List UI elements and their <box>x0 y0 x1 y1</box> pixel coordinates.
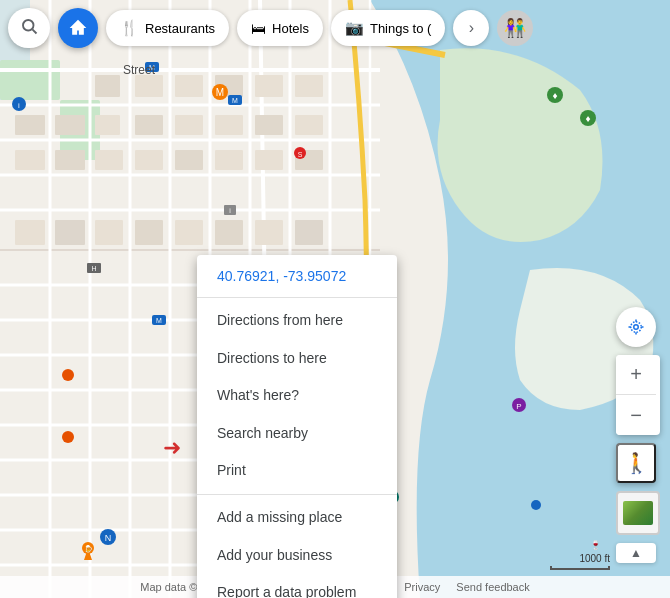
svg-rect-40 <box>295 75 323 97</box>
top-bar: 🍴 Restaurants 🛏 Hotels 📷 Things to ( › 👫 <box>8 8 662 48</box>
svg-rect-30 <box>95 75 120 97</box>
things-icon: 📷 <box>345 19 364 37</box>
chip-restaurants[interactable]: 🍴 Restaurants <box>106 10 229 46</box>
svg-rect-56 <box>255 220 283 245</box>
menu-item-search-nearby[interactable]: Search nearby <box>197 415 397 453</box>
svg-rect-52 <box>95 220 123 245</box>
send-feedback-link[interactable]: Send feedback <box>456 581 529 593</box>
svg-point-83 <box>62 369 74 381</box>
zoom-controls: + − <box>616 355 660 435</box>
pegman-button[interactable]: 🚶 <box>616 443 656 483</box>
svg-rect-53 <box>135 220 163 245</box>
svg-rect-38 <box>255 75 283 97</box>
svg-text:M: M <box>149 64 155 71</box>
svg-rect-31 <box>95 115 120 135</box>
chip-hotels-label: Hotels <box>272 21 309 36</box>
svg-text:H: H <box>91 265 96 272</box>
menu-item-print[interactable]: Print <box>197 452 397 490</box>
satellite-button[interactable] <box>616 491 660 535</box>
chevron-right-icon: › <box>469 19 474 37</box>
svg-line-92 <box>32 29 36 33</box>
svg-text:i: i <box>18 101 20 110</box>
svg-rect-28 <box>15 115 45 135</box>
svg-rect-37 <box>215 115 243 135</box>
zoom-out-button[interactable]: − <box>616 395 656 435</box>
svg-rect-47 <box>215 150 243 170</box>
search-box[interactable] <box>8 8 50 48</box>
svg-text:P: P <box>516 402 521 411</box>
svg-rect-46 <box>175 150 203 170</box>
context-menu-divider-1 <box>197 297 397 298</box>
scale-line <box>550 566 610 570</box>
svg-text:M: M <box>232 97 238 104</box>
directions-button[interactable] <box>58 8 98 48</box>
restaurants-icon: 🍴 <box>120 19 139 37</box>
svg-text:M: M <box>216 87 224 98</box>
expand-controls-button[interactable]: ▲ <box>616 543 656 563</box>
svg-rect-34 <box>175 75 203 97</box>
svg-rect-51 <box>55 220 85 245</box>
menu-item-whats-here[interactable]: What's here? <box>197 377 397 415</box>
svg-rect-43 <box>55 150 85 170</box>
svg-point-82 <box>62 431 74 443</box>
profile-image: 👫 <box>504 17 526 39</box>
chip-things-label: Things to ( <box>370 21 431 36</box>
menu-item-directions-to[interactable]: Directions to here <box>197 340 397 378</box>
svg-rect-35 <box>175 115 203 135</box>
filter-chips: 🍴 Restaurants 🛏 Hotels 📷 Things to ( › <box>106 10 489 46</box>
svg-rect-39 <box>255 115 283 135</box>
measure-distance-arrow: ➜ <box>163 435 181 461</box>
more-filters-button[interactable]: › <box>453 10 489 46</box>
context-menu-coordinates[interactable]: 40.76921, -73.95072 <box>197 259 397 293</box>
svg-rect-55 <box>215 220 243 245</box>
svg-point-87 <box>531 500 541 510</box>
svg-rect-44 <box>95 150 123 170</box>
right-controls: + − 🚶 ▲ <box>616 307 660 563</box>
svg-text:♦: ♦ <box>585 113 590 124</box>
menu-item-add-missing[interactable]: Add a missing place <box>197 499 397 537</box>
context-menu-divider-2 <box>197 494 397 495</box>
svg-rect-57 <box>295 220 323 245</box>
svg-text:♦: ♦ <box>552 90 557 101</box>
svg-rect-41 <box>295 115 323 135</box>
zoom-in-button[interactable]: + <box>616 355 656 395</box>
svg-point-93 <box>634 325 639 330</box>
svg-rect-48 <box>255 150 283 170</box>
svg-text:S: S <box>298 151 303 158</box>
menu-item-report-data[interactable]: Report a data problem <box>197 574 397 598</box>
svg-text:🍺: 🍺 <box>84 544 93 553</box>
svg-rect-33 <box>135 115 163 135</box>
menu-item-add-business[interactable]: Add your business <box>197 537 397 575</box>
pegman-icon: 🚶 <box>624 451 649 475</box>
svg-rect-50 <box>15 220 45 245</box>
profile-avatar[interactable]: 👫 <box>497 10 533 46</box>
svg-rect-54 <box>175 220 203 245</box>
svg-rect-45 <box>135 150 163 170</box>
search-icon <box>20 17 38 39</box>
svg-text:M: M <box>156 317 162 324</box>
context-menu: 40.76921, -73.95072 Directions from here… <box>197 255 397 598</box>
hotels-icon: 🛏 <box>251 20 266 37</box>
svg-point-94 <box>631 322 642 333</box>
svg-text:N: N <box>105 533 112 543</box>
map-type-group <box>616 491 660 535</box>
svg-point-91 <box>23 20 34 31</box>
location-button[interactable] <box>616 307 656 347</box>
svg-text:🍷: 🍷 <box>590 539 602 551</box>
svg-rect-42 <box>15 150 45 170</box>
menu-item-directions-from[interactable]: Directions from here <box>197 302 397 340</box>
scale-bar: 1000 ft <box>550 553 610 570</box>
chip-things-to-do[interactable]: 📷 Things to ( <box>331 10 445 46</box>
chip-restaurants-label: Restaurants <box>145 21 215 36</box>
svg-rect-29 <box>55 115 85 135</box>
svg-rect-32 <box>135 75 163 97</box>
privacy-link[interactable]: Privacy <box>404 581 440 593</box>
scale-label: 1000 ft <box>579 553 610 564</box>
chip-hotels[interactable]: 🛏 Hotels <box>237 10 323 46</box>
chevron-up-icon: ▲ <box>630 546 642 560</box>
